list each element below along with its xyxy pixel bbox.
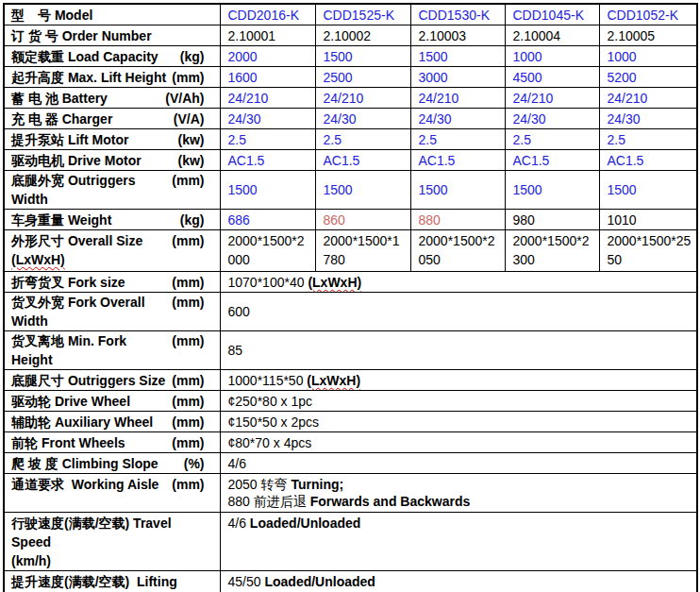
text-segment: 24/210	[608, 91, 648, 106]
unit-label: (V/Ah)	[161, 89, 204, 108]
label-line: 底腿尺寸 Outriggers Size(mm)	[11, 371, 205, 390]
text-segment: 外形尺寸 Overall Size	[11, 233, 146, 248]
value-line: 24/210	[608, 89, 693, 108]
value-line: 2.5	[324, 130, 407, 149]
spec-value-order-number: 2.10001	[220, 25, 315, 46]
label-text: 行驶速度(满载/空载) Travel Speed	[11, 514, 205, 551]
value-line: 1070*100*40 (LxWxH)	[228, 273, 693, 292]
value-line: 880	[419, 211, 501, 229]
spec-value-order-number: 2.10003	[410, 25, 505, 46]
text-segment: 提升速度(满载/空载) Lifting Speed	[11, 574, 181, 592]
spec-label-model: 型 号 Model	[4, 4, 220, 25]
spec-value-front-wheels: ¢80*70 x 4pcs	[220, 432, 697, 453]
spec-value-drive-wheel: ¢250*80 x 1pc	[220, 391, 697, 412]
text-segment: Turning;	[291, 477, 343, 492]
text-segment: 货叉外宽 Fork Overall Width	[11, 295, 148, 329]
label-line: 订 货 号 Order Number	[11, 26, 205, 45]
value-line: AC1.5	[324, 151, 407, 170]
text-segment: 880 前进后退	[228, 494, 310, 509]
spec-label-fork-overall-width: 货叉外宽 Fork Overall Width(mm)	[4, 293, 220, 331]
spec-value-load-capacity: 1500	[410, 46, 505, 67]
spec-row-working-aisle: 通道要求 Working Aisle(mm)2050 转弯 Turning;88…	[4, 474, 697, 513]
label-line: 通道要求 Working Aisle(mm)	[11, 476, 205, 493]
text-segment: 1500	[419, 49, 448, 64]
spec-value-max-lift-height: 2500	[315, 67, 410, 88]
spec-row-auxiliary-wheel: 辅助轮 Auxiliary Wheel(mm)¢150*50 x 2pcs	[4, 412, 697, 432]
text-segment: 2000	[228, 49, 258, 64]
text-segment: ¢150*50 x 2pcs	[228, 414, 320, 430]
text-segment: Loaded/Unloaded	[250, 516, 360, 531]
label-line: 折弯货叉 Fork size(mm)	[11, 273, 205, 292]
unit-label: (mm)	[168, 371, 204, 390]
text-segment: 起升高度 Max. Lift Height	[11, 70, 166, 85]
spec-value-load-capacity: 1000	[599, 46, 697, 67]
value-line: 1500	[324, 47, 407, 66]
value-line: 24/210	[228, 89, 311, 108]
text-segment: (LxWxH)	[307, 373, 360, 388]
spec-label-overall-size: 外形尺寸 Overall Size (LxWxH)(mm)	[4, 230, 220, 272]
spec-label-min-fork-height: 货叉离地 Min. Fork Height(mm)	[4, 331, 220, 370]
spec-label-charger: 充 电 器 Charger(V/A)	[4, 109, 220, 129]
label-line: 货叉离地 Min. Fork Height(mm)	[11, 331, 205, 369]
text-segment: 1000*115*50	[228, 373, 308, 388]
text-segment: 2.5	[419, 132, 437, 147]
text-segment: 爬 坡 度 Climbing Slope	[11, 456, 158, 471]
text-segment: 1000	[513, 49, 542, 64]
text-segment: Loaded/Unloaded	[264, 574, 375, 589]
text-segment: 24/210	[513, 91, 554, 106]
value-line: 2.10003	[419, 26, 501, 45]
spec-value-outriggers-width: 1500	[220, 171, 315, 210]
unit-label: (mm)	[168, 68, 204, 87]
spec-value-load-capacity: 1000	[505, 46, 599, 67]
unit-label: (mm)	[168, 273, 204, 292]
spec-label-front-wheels: 前轮 Front Wheels(mm)	[4, 432, 220, 453]
value-line: 1500	[608, 180, 693, 199]
spec-value-charger: 24/30	[505, 109, 599, 129]
text-segment: 2050 转弯	[228, 477, 292, 492]
unit-label: (mm)	[168, 171, 204, 190]
spec-value-model: CDD1045-K	[505, 4, 599, 25]
value-line: 2.10001	[228, 26, 311, 45]
spec-value-weight: 880	[410, 210, 505, 230]
text-segment: CDD1525-K	[324, 8, 394, 23]
value-line: 2.5	[608, 130, 693, 149]
spec-label-outriggers-size: 底腿尺寸 Outriggers Size(mm)	[4, 370, 220, 391]
spec-label-weight: 车身重量 Weight(kg)	[4, 210, 220, 230]
spec-label-working-aisle: 通道要求 Working Aisle(mm)	[4, 474, 220, 513]
text-segment: AC1.5	[513, 153, 550, 168]
value-line: 980	[513, 211, 595, 229]
label-text: 折弯货叉 Fork size	[11, 273, 125, 292]
text-segment: 1070*100*40	[228, 275, 308, 290]
value-line: 860	[324, 211, 407, 229]
label-line: 充 电 器 Charger(V/A)	[11, 110, 205, 128]
spec-row-charger: 充 电 器 Charger(V/A)24/3024/3024/3024/3024…	[4, 109, 697, 129]
label-text: 前轮 Front Wheels	[11, 433, 125, 452]
spec-row-front-wheels: 前轮 Front Wheels(mm)¢80*70 x 4pcs	[4, 432, 697, 453]
spec-label-outriggers-width: 底腿外宽 Outriggers Width(mm)	[4, 171, 220, 210]
unit-label: (mm)	[168, 433, 204, 452]
spec-value-battery: 24/210	[315, 88, 410, 109]
text-segment: 2000*1500*2550	[608, 233, 692, 267]
value-line: 2000*1500*2550	[608, 231, 693, 269]
text-segment: 2.5	[324, 132, 342, 147]
label-text: 型 号 Model	[11, 6, 92, 25]
value-line: CDD1525-K	[324, 6, 407, 25]
spec-row-outriggers-size: 底腿尺寸 Outriggers Size(mm)1000*115*50 (LxW…	[4, 370, 697, 391]
spec-value-weight: 980	[505, 210, 599, 230]
text-segment: 提升泵站 Lift Motor	[11, 132, 128, 147]
text-segment: 1500	[324, 49, 353, 64]
unit-label: (kw)	[175, 151, 205, 170]
value-line: 24/210	[324, 89, 407, 108]
text-segment: 24/210	[419, 91, 459, 106]
text-segment: 1500	[324, 182, 353, 197]
value-line: 2050 转弯 Turning;	[228, 476, 693, 493]
value-line: 880 前进后退 Forwards and Backwards	[228, 493, 693, 510]
value-line: 2.5	[513, 130, 595, 149]
value-line: 2.5	[419, 130, 501, 149]
value-line: 1500	[513, 180, 595, 199]
value-line: 24/30	[324, 110, 407, 128]
spec-value-lift-motor: 2.5	[410, 129, 505, 150]
label-text: 提升速度(满载/空载) Lifting Speed	[11, 572, 205, 592]
text-segment: 2000*1500*1780	[324, 233, 400, 267]
label-line: 货叉外宽 Fork Overall Width(mm)	[11, 293, 205, 330]
